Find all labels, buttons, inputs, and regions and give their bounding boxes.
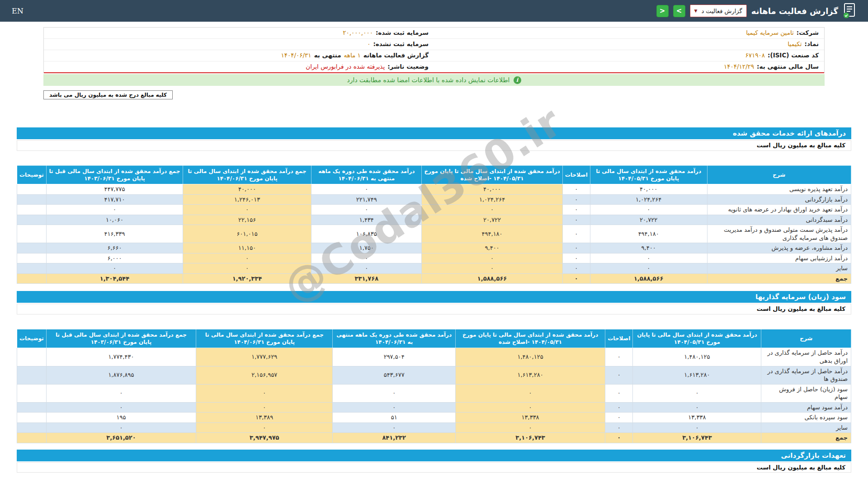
header-row: شرحدرآمد محقق شده از ابتدای سال مالی تا … — [17, 329, 851, 348]
info-icon: i — [514, 76, 521, 84]
table-row: درآمد ارزشیابی سهام۰۰۰۰۰۶,۰۰۰ — [17, 253, 851, 263]
row-label: درآمد مشاوره، عرضه و پذیرش — [707, 243, 851, 253]
data-cell: ۰ — [633, 384, 761, 402]
data-cell: ۵۴۳,۶۷۷ — [333, 366, 455, 384]
signed-info-banner: i اطلاعات نمایش داده شده با اطلاعات امضا… — [43, 74, 825, 86]
column-header: درآمد محقق شده طی دوره یک ماهه منتهی به … — [311, 165, 422, 184]
data-cell — [17, 422, 47, 433]
data-cell: ۶,۶۶۰ — [46, 243, 183, 253]
data-cell: ۳,۶۵۱,۵۲۰ — [46, 433, 196, 443]
data-cell: ۰ — [196, 384, 333, 402]
data-cell: ۰ — [605, 422, 633, 433]
data-cell: ۰ — [311, 205, 422, 215]
data-cell: ۰ — [605, 402, 633, 413]
field-label: منتهی به — [314, 52, 341, 59]
field-label: کد صنعت (ISIC): — [768, 52, 819, 59]
data-cell: ۰ — [633, 422, 761, 433]
data-cell: ۴۰,۰۰۰ — [422, 184, 562, 194]
data-cell: ۳۳۱,۷۶۸ — [311, 273, 422, 284]
data-cell — [17, 253, 47, 263]
data-cell — [17, 225, 47, 243]
data-cell: ۱,۴۸۰,۱۲۵ — [455, 348, 605, 366]
table-row: درآمد بازارگردانی۱,۰۲۴,۲۶۴۰۱,۰۲۴,۲۶۴۲۲۱,… — [17, 194, 851, 205]
field-label: گزارش فعالیت ماهانه — [363, 52, 429, 59]
data-cell: ۱,۲۴۶,۰۱۳ — [183, 194, 311, 205]
next-report-button[interactable]: > — [673, 5, 685, 17]
topbar: گزارش فعالیت ماهانه گزارش فعالیت د ▼ > <… — [0, 0, 868, 22]
data-cell: ۰ — [311, 263, 422, 274]
data-cell — [17, 205, 47, 215]
data-cell — [17, 348, 47, 366]
data-cell: ۰ — [196, 422, 333, 433]
table-row: درآمد تعهد خرید اوراق بهادار در عرضه های… — [17, 205, 851, 215]
row-label: سایر — [707, 263, 851, 274]
table-row: درآمد حاصل از سرمایه گذاری در اوراق بدهی… — [17, 348, 851, 366]
data-cell: ۰ — [562, 205, 590, 215]
column-header: درآمد محقق شده از ابتدای سال مالی تا پای… — [455, 329, 605, 348]
field-value: ۱۴۰۴/۱۲/۲۹ — [724, 63, 754, 70]
field-value: تکیمیا — [788, 40, 802, 47]
data-cell: ۲,۱۵۶,۹۵۷ — [196, 366, 333, 384]
field-label: شرکت: — [797, 29, 819, 36]
data-cell: ۶۰۱,۰۱۵ — [183, 225, 311, 243]
company-name-field: شرکت: تامین سرمایه کیمیا — [434, 28, 824, 38]
company-info-row: شرکت: تامین سرمایه کیمیا سرمایه ثبت شده:… — [44, 28, 824, 39]
data-cell: ۲۰,۷۲۲ — [590, 215, 707, 225]
fiscal-year-end-field: سال مالی منتهی به: ۱۴۰۴/۱۲/۲۹ — [434, 61, 824, 72]
data-cell: ۱,۷۷۷,۶۲۹ — [196, 348, 333, 366]
data-cell: ۰ — [183, 205, 311, 215]
column-header: جمع درآمد محقق شده از ابتدای سال مالی قب… — [46, 165, 183, 184]
field-value: ۶۷۱۹۰۸ — [745, 52, 765, 59]
data-cell: ۰ — [562, 253, 590, 263]
data-cell: ۰ — [455, 422, 605, 433]
table-row: درآمد سبدگردانی۲۰,۷۲۲۰۲۰,۷۲۲۱,۴۳۴۲۲,۱۵۶۱… — [17, 215, 851, 225]
data-cell: ۱,۶۱۳,۲۸۰ — [633, 366, 761, 384]
market-making-section: تعهدات بازارگردانی کلیه مبالغ به میلیون … — [17, 450, 851, 473]
table-row: درآمد تعهد پذیره نویسی۴۰,۰۰۰۰۴۰,۰۰۰۰۴۰,۰… — [17, 184, 851, 194]
report-type-dropdown-label: گزارش فعالیت د — [701, 8, 742, 14]
data-cell — [17, 243, 47, 253]
report-type-dropdown[interactable]: گزارش فعالیت د ▼ — [690, 5, 747, 17]
data-cell: ۰ — [562, 194, 590, 205]
data-cell: ۱۹۵ — [46, 413, 196, 423]
data-cell — [17, 194, 47, 205]
field-label: سرمایه ثبت نشده: — [373, 40, 429, 47]
table-row: درآمد مشاوره، عرضه و پذیرش۹,۴۰۰۰۹,۴۰۰۱,۷… — [17, 243, 851, 253]
data-cell: ۰ — [422, 205, 562, 215]
total-row: جمع۱,۵۸۸,۵۶۶۰۱,۵۸۸,۵۶۶۳۳۱,۷۶۸۱,۹۲۰,۳۳۴۱,… — [17, 273, 851, 284]
data-cell: ۱,۳۰۴,۵۴۴ — [46, 273, 183, 284]
row-label: درآمد سود سهام — [761, 402, 851, 413]
data-cell: ۱,۸۷۶,۸۹۵ — [46, 366, 196, 384]
field-label: وضعیت ناشر: — [387, 63, 429, 70]
topbar-right-group: گزارش فعالیت ماهانه گزارش فعالیت د ▼ > < — [656, 3, 856, 19]
data-cell: ۰ — [333, 402, 455, 413]
data-cell: ۱,۷۷۴,۴۳۰ — [46, 348, 196, 366]
data-cell: ۰ — [455, 384, 605, 402]
data-cell: ۱,۴۳۴ — [311, 215, 422, 225]
row-label: درآمد تعهد خرید اوراق بهادار در عرضه های… — [707, 205, 851, 215]
row-label: درآمد پذیرش سمت متولی صندوق و درآمد مدیر… — [707, 225, 851, 243]
data-cell: ۱۳,۳۳۸ — [633, 413, 761, 423]
data-cell — [17, 273, 47, 284]
column-header: اصلاحات — [605, 329, 633, 348]
unit-note: کلیه مبالغ به میلیون ریال است — [17, 140, 851, 151]
language-toggle[interactable]: EN — [12, 7, 24, 15]
table-row: درآمد پذیرش سمت متولی صندوق و درآمد مدیر… — [17, 225, 851, 243]
report-period-field: گزارش فعالیت ماهانه ۱ ماهه منتهی به ۱۴۰۴… — [44, 50, 434, 61]
column-header: جمع درآمد محقق شده از ابتدای سال مالی تا… — [196, 329, 333, 348]
data-cell: ۱۳,۳۸۹ — [196, 413, 333, 423]
unit-note: کلیه مبالغ به میلیون ریال است — [17, 304, 851, 314]
data-cell: ۰ — [183, 263, 311, 274]
data-cell: ۰ — [562, 273, 590, 284]
data-cell: ۱,۷۵۰ — [311, 243, 422, 253]
data-cell: ۰ — [562, 225, 590, 243]
data-cell: ۴۱۷,۷۱۰ — [46, 194, 183, 205]
data-cell: ۱۰,۰۶۰ — [46, 215, 183, 225]
data-cell: ۰ — [46, 402, 196, 413]
data-cell — [17, 215, 47, 225]
data-cell: ۰ — [46, 205, 183, 215]
data-cell: ۱,۴۸۰,۱۲۵ — [633, 348, 761, 366]
data-cell: ۰ — [605, 384, 633, 402]
prev-report-button[interactable]: < — [656, 5, 669, 17]
data-cell — [17, 384, 47, 402]
